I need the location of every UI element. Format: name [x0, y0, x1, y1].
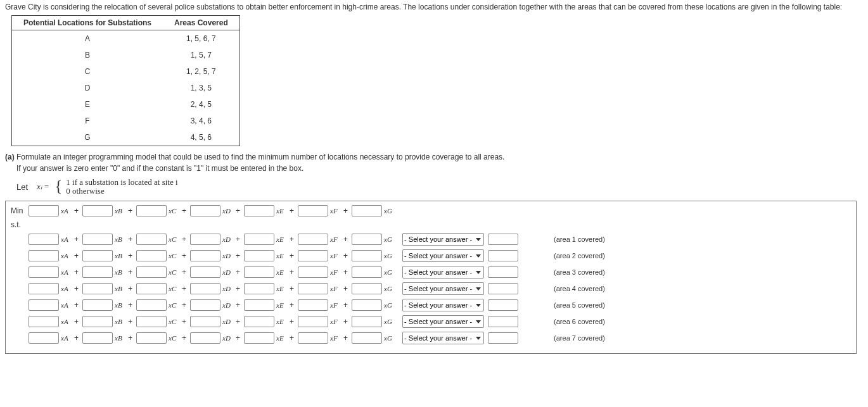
coef-input[interactable] [298, 250, 328, 261]
coef-input[interactable] [298, 234, 328, 245]
plus-sign: + [74, 235, 79, 244]
rhs-input[interactable] [488, 234, 518, 245]
coef-input[interactable] [298, 299, 328, 311]
coef-input[interactable] [29, 332, 59, 344]
coef-input[interactable] [244, 250, 274, 261]
coef-input[interactable] [29, 205, 59, 216]
coef-input[interactable] [190, 205, 220, 216]
coef-input[interactable] [136, 266, 167, 278]
coef-input[interactable] [244, 299, 274, 311]
coef-input[interactable] [298, 316, 328, 327]
coef-input[interactable] [29, 234, 59, 245]
coef-input[interactable] [29, 299, 59, 311]
coef-input[interactable] [82, 205, 113, 216]
var-label: xB [115, 318, 126, 325]
cell-location: E [12, 96, 163, 113]
plus-sign: + [182, 284, 186, 293]
coef-input[interactable] [244, 266, 274, 278]
coef-input[interactable] [82, 316, 113, 327]
relation-select[interactable]: - Select your answer - [402, 266, 484, 279]
coef-input[interactable] [298, 266, 328, 278]
var-label: xB [115, 285, 126, 292]
var-label: xG [384, 334, 395, 342]
rhs-input[interactable] [488, 332, 518, 344]
relation-select[interactable]: - Select your answer - [402, 315, 484, 328]
coef-input[interactable] [136, 299, 167, 311]
coef-input[interactable] [352, 299, 382, 311]
cell-areas: 1, 5, 6, 7 [163, 30, 239, 47]
coef-input[interactable] [82, 250, 113, 261]
coef-input[interactable] [244, 283, 274, 294]
coef-input[interactable] [244, 205, 274, 216]
coef-input[interactable] [190, 316, 220, 327]
coef-input[interactable] [29, 266, 59, 278]
coef-input[interactable] [136, 250, 167, 261]
var-label: xA [61, 285, 72, 292]
coef-input[interactable] [298, 332, 328, 344]
relation-select[interactable]: - Select your answer - [402, 249, 484, 262]
plus-sign: + [236, 301, 240, 310]
var-label: xD [222, 252, 234, 260]
coef-input[interactable] [244, 332, 274, 344]
var-label: xG [384, 301, 395, 309]
coef-input[interactable] [352, 332, 382, 344]
plus-sign: + [74, 284, 79, 293]
coef-input[interactable] [352, 283, 382, 294]
var-label: xF [330, 207, 341, 215]
var-label: xF [330, 235, 341, 243]
coef-input[interactable] [190, 250, 220, 261]
var-label: xC [169, 207, 180, 215]
table-row: G4, 5, 6 [12, 129, 240, 146]
cell-location: B [12, 47, 163, 63]
plus-sign: + [128, 268, 132, 277]
coef-input[interactable] [82, 283, 113, 294]
coef-input[interactable] [190, 283, 220, 294]
relation-select[interactable]: - Select your answer - [402, 332, 484, 344]
coef-input[interactable] [190, 266, 220, 278]
coef-input[interactable] [29, 316, 59, 327]
coef-input[interactable] [82, 332, 113, 344]
coef-input[interactable] [82, 299, 113, 311]
coef-input[interactable] [244, 316, 274, 327]
cell-location: G [12, 129, 163, 146]
rhs-input[interactable] [488, 283, 518, 294]
relation-select[interactable]: - Select your answer - [402, 282, 484, 295]
coef-input[interactable] [190, 299, 220, 311]
coef-input[interactable] [136, 205, 167, 216]
plus-sign: + [236, 235, 240, 244]
coef-input[interactable] [82, 266, 113, 278]
rhs-input[interactable] [488, 316, 518, 327]
rhs-input[interactable] [488, 250, 518, 261]
rhs-input[interactable] [488, 299, 518, 311]
coef-input[interactable] [298, 205, 328, 216]
coef-input[interactable] [352, 266, 382, 278]
coef-input[interactable] [190, 234, 220, 245]
var-label: xA [61, 318, 72, 325]
coef-input[interactable] [29, 250, 59, 261]
var-label: xC [169, 301, 180, 309]
coef-input[interactable] [136, 283, 167, 294]
coef-input[interactable] [136, 316, 167, 327]
var-label: xB [115, 252, 126, 260]
plus-sign: + [74, 301, 79, 310]
coef-input[interactable] [82, 234, 113, 245]
plus-sign: + [74, 268, 79, 277]
coef-input[interactable] [352, 250, 382, 261]
coef-input[interactable] [136, 234, 167, 245]
coef-input[interactable] [352, 234, 382, 245]
relation-select[interactable]: - Select your answer - [402, 299, 484, 311]
coef-input[interactable] [190, 332, 220, 344]
relation-select[interactable]: - Select your answer - [402, 233, 484, 246]
coef-input[interactable] [298, 283, 328, 294]
coef-input[interactable] [136, 332, 167, 344]
coef-input[interactable] [352, 205, 382, 216]
var-label: xB [115, 334, 126, 342]
coef-input[interactable] [244, 234, 274, 245]
plus-sign: + [74, 206, 79, 215]
coef-input[interactable] [352, 316, 382, 327]
plus-sign: + [74, 317, 79, 326]
rhs-input[interactable] [488, 266, 518, 278]
var-label: xD [222, 301, 234, 309]
coef-input[interactable] [29, 283, 59, 294]
plus-sign: + [290, 206, 294, 215]
